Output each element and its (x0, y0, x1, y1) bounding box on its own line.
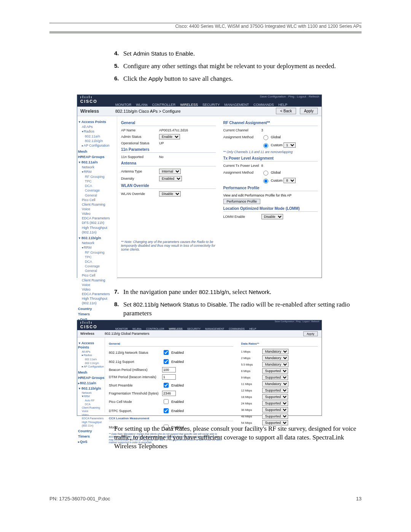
sidebar-hreap[interactable]: HREAP Groups (78, 155, 117, 159)
sidebar-edca[interactable]: EDCA Parameters (82, 216, 117, 220)
shortpre-checkbox[interactable]: Enabled (162, 382, 184, 389)
link-ping[interactable]: Ping (288, 95, 294, 98)
sidebar-timers[interactable]: Timers (78, 312, 117, 316)
gsupport-checkbox[interactable]: Enabled (162, 358, 184, 365)
assign-custom-radio[interactable]: Custom (261, 142, 283, 148)
sidebar-ht[interactable]: High Throughput (802.11n) (82, 225, 117, 235)
sidebar-radio-bgn[interactable]: 802.11b/g/n (85, 361, 105, 365)
link-logout[interactable]: Logout (303, 320, 309, 323)
datarate-dropdown[interactable]: Supported (262, 388, 288, 393)
sidebar-video2[interactable]: Video (82, 287, 117, 292)
dtpc-checkbox[interactable]: Enabled (162, 407, 184, 414)
tx-global-radio[interactable]: Global (261, 169, 281, 176)
link-refresh[interactable]: Refresh (309, 95, 319, 98)
sidebar-voice[interactable]: Voice (82, 207, 117, 211)
menu-wireless[interactable]: WIRELESS (180, 103, 198, 107)
menu-controller[interactable]: CONTROLLER (146, 328, 164, 330)
datarate-dropdown[interactable]: Mandatory (262, 362, 288, 367)
sidebar-access-points[interactable]: ▼Access Points (78, 341, 105, 349)
back-button[interactable]: < Back (276, 108, 296, 114)
tx-custom-radio[interactable]: Custom (261, 177, 283, 184)
sidebar-radios[interactable]: ▾Radios (82, 129, 117, 134)
sidebar-dfs[interactable]: DFS (802.11h) (82, 220, 117, 225)
sidebar-rfgrouping2[interactable]: RF Grouping (85, 250, 117, 255)
menu-controller[interactable]: CONTROLLER (152, 103, 176, 107)
menu-management[interactable]: MANAGEMENT (205, 328, 224, 330)
sidebar-tpc[interactable]: TPC (85, 179, 117, 184)
frag-input[interactable] (162, 391, 176, 396)
sidebar-ap-config[interactable]: ▸AP Configuration (82, 365, 105, 369)
datarate-dropdown[interactable]: Supported (262, 407, 288, 412)
menu-wlans[interactable]: WLANs (132, 328, 142, 330)
sidebar-hreap[interactable]: HREAP Groups (78, 375, 105, 380)
sidebar-80211an[interactable]: ▼802.11a/n (78, 160, 117, 164)
sidebar-rrm-an[interactable]: ▾RRM (82, 169, 117, 174)
sidebar-video[interactable]: Video (82, 413, 105, 417)
sidebar-picocell[interactable]: Pico Cell (82, 198, 117, 202)
antennatype-dropdown[interactable]: Internal (159, 169, 181, 174)
datarate-dropdown[interactable]: Supported (262, 394, 288, 399)
perfprofile-button[interactable]: Performance Profile (223, 199, 261, 204)
sidebar-ht2[interactable]: High Throughput (802.11n) (82, 296, 117, 305)
link-saveconfig[interactable]: Save Configuration (275, 320, 294, 323)
apply-button2[interactable]: Apply (303, 331, 318, 336)
sidebar-coverage2[interactable]: Coverage (85, 264, 117, 268)
assign-custom-dropdown[interactable]: 1 (284, 142, 296, 148)
sidebar-mesh[interactable]: Mesh (78, 370, 105, 374)
sidebar-80211an[interactable]: ▸802.11a/n (78, 381, 105, 385)
menu-commands[interactable]: COMMANDS (229, 328, 245, 330)
link-saveconfig[interactable]: Save Configuration (260, 95, 286, 98)
sidebar-country[interactable]: Country (78, 429, 105, 433)
lomm-dropdown[interactable]: Disable (261, 214, 283, 219)
menu-wlans[interactable]: WLANs (136, 103, 148, 107)
sidebar-access-points[interactable]: ▼Access Points (78, 120, 117, 124)
menu-monitor[interactable]: MONITOR (115, 103, 131, 107)
link-refresh[interactable]: Refresh (311, 320, 319, 323)
sidebar-all-aps[interactable]: All APs (82, 350, 105, 353)
menu-security[interactable]: SECURITY (202, 103, 220, 107)
sidebar-rrm-bgn[interactable]: ▾RRM (82, 395, 105, 399)
menu-wireless[interactable]: WIRELESS (169, 328, 183, 330)
sidebar-clientroaming[interactable]: Client Roaming (82, 406, 105, 409)
sidebar-dca[interactable]: DCA (85, 184, 117, 188)
menu-help[interactable]: HELP (278, 103, 287, 107)
assign-global-radio[interactable]: Global (261, 134, 281, 140)
sidebar-coverage[interactable]: Coverage (85, 188, 117, 193)
sidebar-picocell2[interactable]: Pico Cell (82, 273, 117, 278)
apply-button[interactable]: Apply (300, 108, 318, 114)
sidebar-general2[interactable]: General (85, 268, 117, 273)
diversity-dropdown[interactable]: Enabled (159, 176, 182, 181)
sidebar-radio-an[interactable]: 802.11a/n (85, 134, 117, 139)
sidebar-clientroaming2[interactable]: Client Roaming (82, 278, 117, 283)
sidebar-rfgrouping[interactable]: RF Grouping (85, 174, 117, 179)
menu-help[interactable]: HELP (249, 328, 256, 330)
sidebar-edca2[interactable]: EDCA Parameters (82, 292, 117, 296)
nwstatus-checkbox[interactable]: Enabled (162, 349, 184, 356)
beacon-input[interactable] (162, 367, 176, 372)
sidebar-rrm-bgn[interactable]: ▾RRM (82, 245, 117, 250)
sidebar-voice[interactable]: Voice (82, 409, 105, 413)
datarate-dropdown[interactable]: Supported (262, 368, 288, 374)
dtim-input[interactable] (162, 374, 176, 380)
sidebar-timers[interactable]: Timers (78, 434, 105, 438)
datarate-dropdown[interactable]: Supported (262, 414, 288, 419)
sidebar-tpc2[interactable]: TPC (85, 255, 117, 259)
pico-checkbox[interactable]: Enabled (162, 398, 184, 405)
sidebar-80211bgn[interactable]: ▼802.11b/g/n (78, 386, 105, 390)
sidebar-network-an[interactable]: Network (82, 165, 117, 169)
sidebar-autorf[interactable]: Auto RF (85, 399, 105, 402)
datarate-dropdown[interactable]: Mandatory (262, 381, 288, 387)
sidebar-edca[interactable]: EDCA Parameters (82, 417, 105, 420)
datarate-dropdown[interactable]: Supported (262, 375, 288, 380)
tx-custom-dropdown[interactable]: 8 (284, 178, 296, 183)
sidebar-all-aps[interactable]: All APs (82, 125, 117, 129)
sidebar-voice2[interactable]: Voice (82, 283, 117, 287)
sidebar-ht[interactable]: High Throughput (802.11n) (82, 420, 105, 428)
wlanoverride-dropdown[interactable]: Disable (159, 191, 181, 197)
link-logout[interactable]: Logout (297, 95, 306, 98)
menu-commands[interactable]: COMMANDS (253, 103, 274, 107)
datarate-dropdown[interactable]: Mandatory (262, 349, 288, 354)
sidebar-dca2[interactable]: DCA (85, 259, 117, 264)
link-ping[interactable]: Ping (296, 320, 301, 323)
sidebar-network-bgn[interactable]: Network (82, 241, 117, 245)
